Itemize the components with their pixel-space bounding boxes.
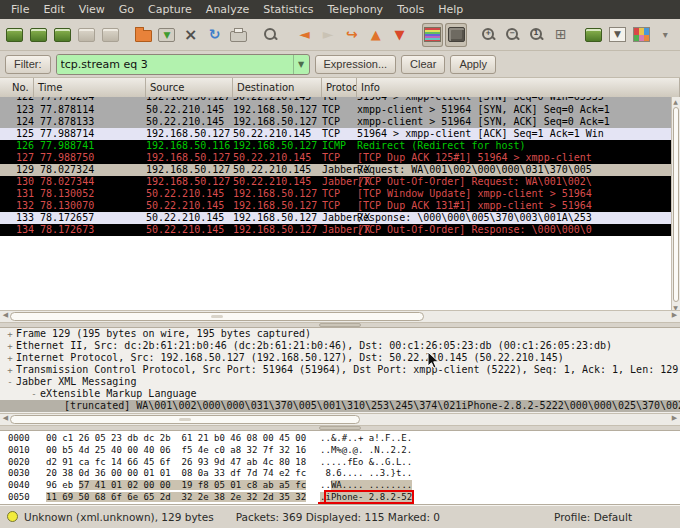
- resize-columns-button[interactable]: ⊞: [550, 23, 572, 47]
- hex-row[interactable]: 004096 eb 57 41 01 02 00 00 19 f8 05 01 …: [0, 480, 680, 492]
- packet-row[interactable]: 12978.027324192.168.50.12750.22.210.145J…: [0, 164, 672, 176]
- detail-line[interactable]: [truncated] WA\001\002\000\000\031\370\0…: [0, 400, 680, 412]
- expand-icon[interactable]: +: [4, 364, 16, 376]
- column-header-no[interactable]: No.: [0, 78, 34, 97]
- filter-input[interactable]: [57, 55, 293, 74]
- print-button[interactable]: [228, 23, 250, 47]
- colorize-packet-list-button[interactable]: [422, 23, 444, 47]
- go-to-top-button[interactable]: ▲: [365, 23, 387, 47]
- scroll-right-icon[interactable]: ▶: [670, 414, 679, 423]
- detail-line[interactable]: +Ethernet II, Src: dc:2b:61:21:b0:46 (dc…: [0, 340, 680, 352]
- go-forward-button[interactable]: ►: [317, 23, 339, 47]
- go-to-packet-button[interactable]: ↪: [341, 23, 363, 47]
- capture-stop-button[interactable]: [75, 23, 97, 47]
- column-header-info[interactable]: Info: [357, 78, 680, 97]
- auto-scroll-button[interactable]: [445, 23, 467, 47]
- file-close-button[interactable]: ×: [180, 23, 202, 47]
- detail-text: [truncated] WA\001\002\000\000\031\370\0…: [64, 400, 680, 411]
- hex-row[interactable]: 0020d2 91 ca fc 14 66 45 6f 26 93 9d 47 …: [0, 457, 680, 469]
- packet-row[interactable]: 13078.027344192.168.50.12750.22.210.145J…: [0, 176, 672, 188]
- collapse-icon[interactable]: -: [28, 388, 40, 400]
- hex-row[interactable]: 000000 c1 26 05 23 db dc 2b 61 21 b0 46 …: [0, 433, 680, 445]
- detail-line[interactable]: +Frame 129 (195 bytes on wire, 195 bytes…: [0, 328, 680, 340]
- menu-help[interactable]: Help: [431, 0, 470, 19]
- expand-icon[interactable]: +: [4, 340, 16, 352]
- column-header-source[interactable]: Source: [146, 78, 233, 97]
- menu-statistics[interactable]: Statistics: [256, 0, 320, 19]
- packet-row[interactable]: 12677.988741192.168.50.116192.168.50.127…: [0, 140, 672, 152]
- packet-row[interactable]: 13278.13007050.22.210.145192.168.50.127T…: [0, 200, 672, 212]
- packet-row[interactable]: 12777.988750192.168.50.12750.22.210.145T…: [0, 152, 672, 164]
- go-back-button[interactable]: ◄: [293, 23, 315, 47]
- expand-icon[interactable]: +: [4, 352, 16, 364]
- find-packet-button[interactable]: [260, 23, 282, 47]
- display-filter-button[interactable]: ▼: [607, 23, 629, 47]
- menu-file[interactable]: File: [4, 0, 36, 19]
- filter-dropdown-icon[interactable]: ▼: [293, 55, 309, 74]
- scroll-up-icon[interactable]: ▲: [672, 97, 679, 106]
- packet-list-horizontal-scrollbar[interactable]: ◀ ▶: [0, 310, 680, 323]
- capture-restart-button[interactable]: [99, 23, 121, 47]
- hex-offset: 0000: [8, 433, 46, 445]
- menu-analyze[interactable]: Analyze: [199, 0, 256, 19]
- details-horizontal-scrollbar[interactable]: ◀ ▶: [0, 413, 680, 426]
- menu-capture[interactable]: Capture: [141, 0, 199, 19]
- apply-button[interactable]: Apply: [450, 55, 496, 74]
- capture-options-button[interactable]: [28, 23, 50, 47]
- hex-ascii: 8.6.... ..3.}t..: [320, 468, 412, 480]
- scrollbar-thumb[interactable]: [10, 415, 360, 424]
- detail-line[interactable]: -eXtensible Markup Language: [0, 388, 680, 400]
- column-header-destination[interactable]: Destination: [233, 78, 322, 97]
- expression-button[interactable]: Expression...: [315, 55, 397, 74]
- column-header-protocol[interactable]: Protocol: [322, 78, 357, 97]
- zoom-out-button[interactable]: −: [502, 23, 524, 47]
- hex-row[interactable]: 003020 38 0d 36 00 00 01 01 08 0a 33 df …: [0, 468, 680, 480]
- capture-restart-icon: [102, 28, 119, 42]
- packet-list-vertical-scrollbar[interactable]: ▲ ▼: [671, 97, 680, 312]
- packet-row[interactable]: 13178.13005250.22.210.145192.168.50.127T…: [0, 188, 672, 200]
- column-header-time[interactable]: Time: [34, 78, 146, 97]
- menu-tools[interactable]: Tools: [390, 0, 431, 19]
- capture-start-button[interactable]: [52, 23, 74, 47]
- filter-button[interactable]: Filter:: [5, 55, 51, 74]
- scroll-right-icon[interactable]: ▶: [670, 311, 679, 320]
- coloring-rules-button[interactable]: [630, 23, 652, 47]
- pane-splitter[interactable]: [0, 323, 680, 327]
- menu-edit[interactable]: Edit: [36, 0, 71, 19]
- packet-row[interactable]: 12377.87811450.22.210.145192.168.50.127T…: [0, 104, 672, 116]
- scrollbar-thumb[interactable]: [673, 107, 679, 302]
- hex-row[interactable]: 005011 69 50 68 6f 6e 65 2d 32 2e 38 2e …: [0, 492, 680, 504]
- file-open-button[interactable]: [132, 23, 154, 47]
- menu-go[interactable]: Go: [112, 0, 141, 19]
- packet-row[interactable]: 13478.17267350.22.210.145192.168.50.127J…: [0, 224, 672, 236]
- reload-button[interactable]: ↻: [204, 23, 226, 47]
- packet-row[interactable]: 13378.17265750.22.210.145192.168.50.127J…: [0, 212, 672, 224]
- file-save-button[interactable]: ▼: [156, 23, 178, 47]
- toolbar-overflow-button[interactable]: ▾: [654, 23, 676, 47]
- packet-row[interactable]: 12577.988714192.168.50.12750.22.210.145T…: [0, 128, 672, 140]
- list-interfaces-button[interactable]: [4, 23, 26, 47]
- packet-row[interactable]: 12477.87813350.22.210.145192.168.50.127T…: [0, 116, 672, 128]
- zoom-100-button[interactable]: 1: [526, 23, 548, 47]
- hex-row[interactable]: 001000 b5 4d 25 40 00 40 06 f5 4e c0 a8 …: [0, 445, 680, 457]
- detail-line[interactable]: +Transmission Control Protocol, Src Port…: [0, 364, 680, 376]
- packet-row[interactable]: 12277.778204192.168.50.12750.22.210.145T…: [0, 97, 672, 104]
- scroll-left-icon[interactable]: ◀: [1, 414, 10, 423]
- main-toolbar: ▼×↻◄►↪▲▼+−1⊞▼▾: [0, 19, 680, 51]
- go-to-bottom-icon: ▼: [395, 28, 405, 41]
- scrollbar-thumb[interactable]: [10, 312, 424, 321]
- menu-telephony[interactable]: Telephony: [321, 0, 391, 19]
- clear-button[interactable]: Clear: [401, 55, 445, 74]
- go-to-bottom-button[interactable]: ▼: [389, 23, 411, 47]
- detail-line[interactable]: +Internet Protocol, Src: 192.168.50.127 …: [0, 352, 680, 364]
- expand-icon[interactable]: +: [4, 328, 16, 340]
- scroll-left-icon[interactable]: ◀: [1, 311, 10, 320]
- detail-line[interactable]: -Jabber XML Messaging: [0, 376, 680, 388]
- zoom-in-button[interactable]: +: [478, 23, 500, 47]
- annotation-red-box: iPhone- 2.8.2-52: [326, 492, 413, 502]
- collapse-icon[interactable]: -: [4, 376, 16, 388]
- capture-stop-icon: [78, 28, 95, 42]
- capture-filter-button[interactable]: [583, 23, 605, 47]
- menu-view[interactable]: View: [72, 0, 112, 19]
- expert-info-icon[interactable]: [7, 511, 18, 522]
